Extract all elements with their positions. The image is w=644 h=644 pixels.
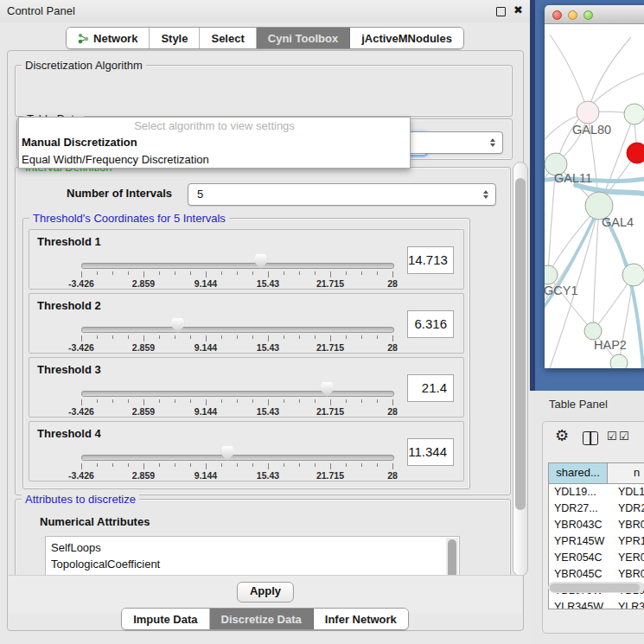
- zoom-traffic-light[interactable]: [583, 10, 593, 20]
- tab-impute-data[interactable]: Impute Data: [122, 609, 209, 629]
- cell-name[interactable]: YBR0: [608, 517, 644, 533]
- node-h[interactable]: [622, 264, 644, 286]
- node-gcy1[interactable]: [545, 265, 558, 284]
- network-icon: [78, 33, 89, 44]
- network-view-window[interactable]: GAL80 GA C GAL11 GAL4 GCY1 H HAP2: [545, 5, 644, 368]
- threshold-4-slider-track[interactable]: [81, 455, 394, 461]
- threshold-2-value-field[interactable]: 6.316: [407, 310, 454, 338]
- slider-tick: [377, 271, 378, 275]
- slider-tick-label: 21.715: [303, 278, 358, 289]
- attributes-list-scrollbar[interactable]: [446, 538, 458, 577]
- close-icon[interactable]: ✖: [513, 3, 523, 16]
- slider-tick-label: 28: [365, 278, 420, 289]
- cell-shared-name[interactable]: YER054C: [549, 550, 608, 566]
- threshold-2-slider-track[interactable]: [81, 327, 394, 333]
- cell-name[interactable]: YDR2: [608, 501, 644, 517]
- cell-shared-name[interactable]: YPR145W: [549, 533, 608, 550]
- cell-name[interactable]: YER0: [608, 550, 644, 566]
- threshold-2-panel: Threshold 2 6.316 -3.4262.8599.14415.432…: [29, 293, 464, 354]
- threshold-1-label: Threshold 1: [37, 235, 101, 248]
- column-header-shared-name[interactable]: shared...: [549, 463, 608, 483]
- tab-style[interactable]: Style: [150, 28, 200, 48]
- table-row[interactable]: YBR045CYBR0: [549, 566, 644, 583]
- node-hap2[interactable]: [584, 322, 602, 340]
- columns-icon[interactable]: [583, 431, 598, 445]
- threshold-3-slider-track[interactable]: [81, 391, 394, 397]
- threshold-1-value-field[interactable]: 14.713: [407, 246, 454, 274]
- tab-cyni-toolbox[interactable]: Cyni Toolbox: [257, 28, 350, 48]
- table-row[interactable]: YDR27...YDR2: [549, 501, 644, 517]
- slider-tick: [330, 399, 331, 405]
- slider-tick: [315, 335, 316, 339]
- apply-button[interactable]: Apply: [237, 582, 294, 603]
- cell-shared-name[interactable]: YBR045C: [549, 566, 608, 583]
- threshold-4-value-field[interactable]: 11.344: [407, 438, 454, 466]
- scrollbar-thumb[interactable]: [515, 178, 526, 510]
- slider-tick: [159, 271, 160, 275]
- threshold-4-label: Threshold 4: [37, 427, 101, 440]
- number-of-intervals-combobox[interactable]: 5: [188, 183, 496, 206]
- table-row[interactable]: YDL19...YDL1: [549, 484, 644, 501]
- slider-tick: [252, 463, 253, 467]
- algorithm-option-equal-width[interactable]: Equal Width/Frequency Discretization: [19, 151, 410, 168]
- settings-vertical-scrollbar[interactable]: [513, 162, 528, 577]
- node-red-selected[interactable]: [627, 143, 644, 163]
- table-header-row: shared... n: [549, 463, 644, 484]
- attribute-list-item[interactable]: SelfLoops: [51, 539, 445, 556]
- cell-shared-name[interactable]: YDR27...: [549, 501, 608, 517]
- slider-tick: [361, 335, 362, 339]
- slider-tick: [128, 335, 129, 339]
- thresholds-group: Threshold's Coordinates for 5 Intervals …: [22, 218, 470, 489]
- scrollbar-thumb[interactable]: [550, 583, 640, 592]
- network-canvas[interactable]: GAL80 GA C GAL11 GAL4 GCY1 H HAP2: [545, 24, 644, 368]
- slider-tick: [221, 399, 222, 403]
- tab-jactivemnodules[interactable]: jActiveMNodules: [350, 28, 463, 48]
- cell-name[interactable]: YDL1: [608, 484, 644, 501]
- cell-name[interactable]: YBR0: [608, 566, 644, 583]
- checkbox-icon-2[interactable]: ☑: [619, 430, 629, 443]
- threshold-4-panel: Threshold 4 11.344 -3.4262.8599.14415.43…: [29, 421, 464, 481]
- cell-name[interactable]: YPR1: [608, 533, 644, 550]
- table-horizontal-scrollbar[interactable]: [548, 582, 644, 593]
- slider-tick: [252, 335, 253, 339]
- tab-network[interactable]: Network: [67, 28, 150, 48]
- slider-tick: [206, 271, 207, 277]
- slider-tick-label: 2.859: [116, 342, 171, 353]
- slider-tick: [175, 463, 175, 467]
- number-of-intervals-value: 5: [197, 188, 203, 201]
- cell-shared-name[interactable]: YLR345W: [549, 599, 608, 609]
- node-gal80[interactable]: [577, 101, 599, 124]
- slider-tick: [97, 271, 98, 275]
- gear-icon[interactable]: ⚙: [555, 426, 569, 444]
- top-tab-bar: Network Style Select Cyni Toolbox jActiv…: [0, 27, 530, 49]
- algorithm-option-manual[interactable]: Manual Discretization: [19, 134, 410, 150]
- slider-tick: [81, 399, 82, 405]
- cyni-content-panel: Discretization Algorithm Select algorith…: [7, 50, 524, 631]
- minimize-traffic-light[interactable]: [568, 10, 577, 20]
- attributes-list-viewport: SelfLoopsTopologicalCoefficientBetweenne…: [46, 537, 445, 577]
- slider-tick: [143, 335, 144, 341]
- node-bottom-partial[interactable]: [610, 354, 628, 368]
- attribute-list-item[interactable]: TopologicalCoefficient: [51, 556, 445, 572]
- tab-select[interactable]: Select: [200, 28, 256, 48]
- cell-shared-name[interactable]: YDL19...: [549, 484, 608, 501]
- cell-shared-name[interactable]: YBR043C: [549, 517, 608, 533]
- slider-tick: [175, 271, 175, 275]
- threshold-1-slider-track[interactable]: [81, 263, 394, 269]
- table-row[interactable]: YBR043CYBR0: [549, 517, 644, 533]
- column-header-name[interactable]: n: [608, 463, 644, 483]
- table-panel-region: Table Panel ⚙ ☑ ☑ shared... n YDL19...YD…: [530, 391, 644, 644]
- tab-discretize-data[interactable]: Discretize Data: [210, 609, 314, 629]
- numerical-attributes-label: Numerical Attributes: [40, 515, 150, 528]
- table-row[interactable]: YER054CYER0: [549, 550, 644, 566]
- threshold-3-value-field[interactable]: 21.4: [407, 374, 454, 402]
- slider-tick: [159, 335, 160, 339]
- tab-infer-network[interactable]: Infer Network: [314, 609, 408, 629]
- cell-name[interactable]: YLR3: [608, 599, 644, 609]
- table-row[interactable]: YPR145WYPR1: [549, 533, 644, 550]
- table-row[interactable]: YLR345WYLR3: [549, 599, 644, 609]
- float-window-icon[interactable]: [496, 7, 506, 16]
- node-ga[interactable]: [624, 104, 644, 124]
- close-traffic-light[interactable]: [552, 10, 562, 20]
- checkbox-icon-1[interactable]: ☑: [607, 430, 617, 443]
